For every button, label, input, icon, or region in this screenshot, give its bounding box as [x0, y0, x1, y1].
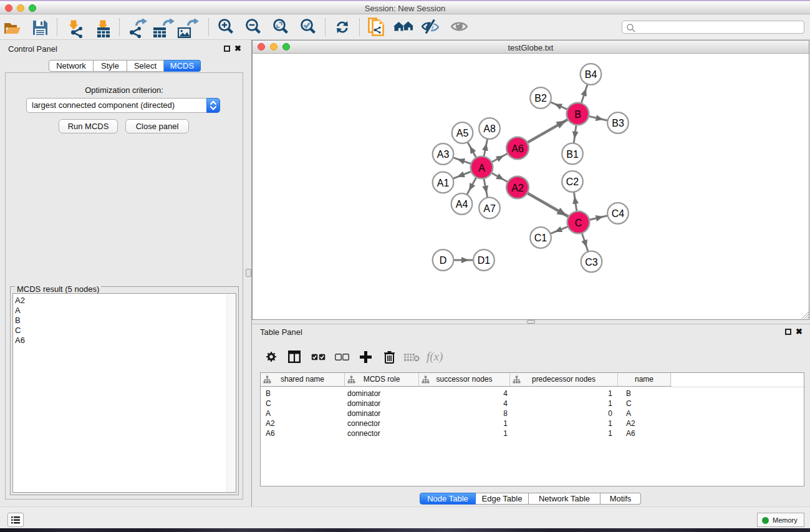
svg-text:A8: A8: [483, 123, 496, 134]
svg-text:A5: A5: [456, 128, 469, 138]
svg-text:C: C: [575, 218, 582, 228]
svg-text:B1: B1: [566, 149, 579, 160]
svg-text:A3: A3: [437, 149, 450, 160]
svg-text:C4: C4: [612, 208, 625, 219]
svg-text:D: D: [440, 255, 447, 266]
svg-text:C1: C1: [534, 233, 547, 243]
svg-text:A1: A1: [437, 178, 450, 188]
svg-text:A2: A2: [511, 183, 524, 193]
svg-text:A6: A6: [511, 143, 524, 154]
svg-text:B3: B3: [612, 118, 624, 128]
svg-text:A4: A4: [456, 199, 468, 210]
svg-text:C2: C2: [566, 177, 579, 187]
svg-text:C3: C3: [585, 257, 598, 268]
svg-text:D1: D1: [478, 255, 491, 266]
svg-text:A7: A7: [483, 203, 496, 214]
svg-text:B: B: [574, 109, 581, 120]
svg-text:B2: B2: [534, 93, 547, 104]
svg-text:B4: B4: [585, 69, 597, 80]
svg-text:A: A: [478, 163, 485, 173]
